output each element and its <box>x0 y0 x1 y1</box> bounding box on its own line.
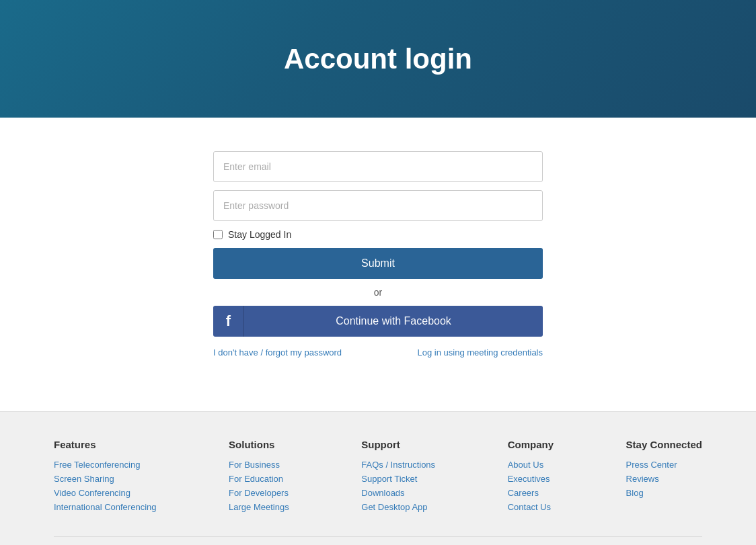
footer-link[interactable]: For Business <box>229 460 289 470</box>
footer-link[interactable]: FAQs / Instructions <box>361 460 435 470</box>
footer-col-support: SupportFAQs / InstructionsSupport Ticket… <box>361 439 435 516</box>
footer-link[interactable]: Video Conferencing <box>54 488 157 498</box>
facebook-btn-label: Continue with Facebook <box>244 315 543 327</box>
footer-link[interactable]: Free Teleconferencing <box>54 460 157 470</box>
footer-col-stay-connected: Stay ConnectedPress CenterReviewsBlog <box>626 439 702 516</box>
footer-link[interactable]: Downloads <box>361 488 435 498</box>
footer-link[interactable]: Support Ticket <box>361 474 435 484</box>
or-divider: or <box>213 287 543 298</box>
bottom-links-row: I don't have / forgot my password Log in… <box>213 347 543 358</box>
password-input[interactable] <box>213 190 543 221</box>
page-header: Account login <box>0 0 756 118</box>
footer-col-company: CompanyAbout UsExecutivesCareersContact … <box>508 439 554 516</box>
footer-link[interactable]: Executives <box>508 474 554 484</box>
main-content: Stay Logged In Submit or f Continue with… <box>0 118 756 411</box>
footer-link[interactable]: About Us <box>508 460 554 470</box>
footer-link[interactable]: Contact Us <box>508 502 554 512</box>
footer-columns: FeaturesFree TeleconferencingScreen Shar… <box>54 439 702 536</box>
footer-link[interactable]: Large Meetings <box>229 502 289 512</box>
footer-link[interactable]: Blog <box>626 488 702 498</box>
footer: FeaturesFree TeleconferencingScreen Shar… <box>0 411 756 545</box>
email-input[interactable] <box>213 151 543 182</box>
stay-logged-in-row: Stay Logged In <box>213 229 543 240</box>
facebook-login-button[interactable]: f Continue with Facebook <box>213 306 543 337</box>
submit-button[interactable]: Submit <box>213 248 543 279</box>
footer-link[interactable]: For Developers <box>229 488 289 498</box>
footer-link[interactable]: International Conferencing <box>54 502 157 512</box>
footer-col-solutions: SolutionsFor BusinessFor EducationFor De… <box>229 439 289 516</box>
footer-link[interactable]: Screen Sharing <box>54 474 157 484</box>
footer-link[interactable]: Press Center <box>626 460 702 470</box>
forgot-password-link[interactable]: I don't have / forgot my password <box>213 347 342 358</box>
facebook-icon: f <box>213 306 244 337</box>
footer-link[interactable]: Careers <box>508 488 554 498</box>
stay-logged-checkbox[interactable] <box>213 230 223 239</box>
page-title: Account login <box>284 43 472 75</box>
meeting-credentials-link[interactable]: Log in using meeting credentials <box>418 347 543 358</box>
login-form: Stay Logged In Submit or f Continue with… <box>213 151 543 358</box>
footer-link[interactable]: Get Desktop App <box>361 502 435 512</box>
footer-social: f g+ 🐦 ▶ in <box>54 536 702 545</box>
stay-logged-label: Stay Logged In <box>228 229 291 240</box>
footer-link[interactable]: For Education <box>229 474 289 484</box>
footer-link[interactable]: Reviews <box>626 474 702 484</box>
footer-col-features: FeaturesFree TeleconferencingScreen Shar… <box>54 439 157 516</box>
